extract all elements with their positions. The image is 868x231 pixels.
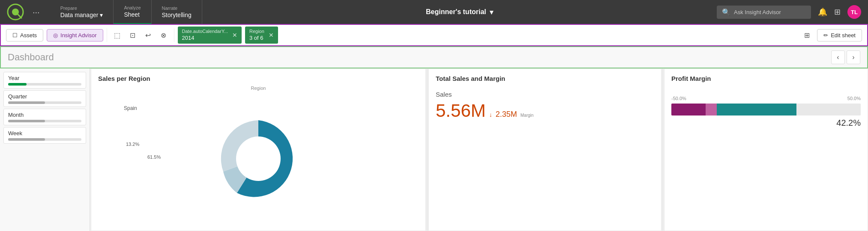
region-axis-label: Region [98,86,419,91]
prev-sheet-button[interactable]: ‹ [831,50,845,64]
sales-per-region-panel: Sales per Region Region Spain 13.2% 6 [91,68,426,231]
edit-pencil-icon: ✏ [823,32,828,38]
dashboard-title-bar: Dashboard ‹ › [0,46,868,68]
assets-button[interactable]: ☐ Assets [6,29,43,41]
chart-panels: Sales per Region Region Spain 13.2% 6 [91,68,868,231]
year-filter[interactable]: Year [3,72,86,89]
profit-margin-title: Profit Margin [671,75,861,82]
more-menu-button[interactable]: ··· [33,7,40,17]
week-filter[interactable]: Week [3,127,86,144]
quarter-filter-fill [8,101,45,104]
nav-right: 🔍 Ask Insight Advisor 🔔 ⊞ TL [717,5,861,19]
donut-hole [236,136,281,181]
user-avatar[interactable]: TL [847,5,861,19]
quarter-filter-bar [8,101,81,104]
edit-sheet-button[interactable]: ✏ Edit sheet [817,29,862,41]
qlik-logo-icon [7,3,24,21]
week-filter-fill [8,138,45,141]
kpi-section: Sales 5.56M ↓ 2.35M Margin [436,86,654,121]
margin-axis-right: 50.0% [847,96,861,101]
filter-chip-region-value: 3 of 6 [249,35,264,42]
kpi-value-row: 5.56M ↓ 2.35M Margin [436,101,654,121]
week-filter-bar [8,138,81,141]
prepare-top-label: Prepare [60,6,103,11]
margin-bar-mid [706,104,717,116]
quarter-filter-label: Quarter [8,93,81,100]
year-filter-label: Year [8,75,81,81]
sales-secondary-value: 2.35M [496,110,517,119]
margin-pct-value: 42.2% [671,118,861,128]
narrate-nav[interactable]: Narrate Storytelling [152,0,202,24]
toolbar-row: ☐ Assets ◎ Insight Advisor ⬚ ⊡ ↩ ⊗ Date.… [0,24,868,46]
filter-chip-region-close[interactable]: ✕ [269,32,274,38]
total-sales-panel: Total Sales and Margin Sales 5.56M ↓ 2.3… [428,68,661,231]
spain-label: Spain [124,105,137,111]
assets-icon: ☐ [12,32,18,38]
week-filter-label: Week [8,130,81,136]
search-placeholder: Ask Insight Advisor [734,9,781,15]
month-filter-label: Month [8,112,81,118]
app-title-area: Beginner's tutorial ▾ [202,8,717,16]
top-navigation: ··· Prepare Data manager ▾ Analyze Sheet… [0,0,868,24]
filter-chip-region[interactable]: Region 3 of 6 ✕ [245,27,278,43]
insight-advisor-search[interactable]: 🔍 Ask Insight Advisor [717,6,811,19]
apps-grid-icon[interactable]: ⊞ [834,7,841,17]
margin-bar-positive [717,104,796,116]
undo-icon[interactable]: ↩ [141,28,155,42]
pct-61-label: 61.5% [147,154,161,160]
narrate-top-label: Narrate [162,6,192,11]
donut-svg [211,112,305,206]
grid-view-button[interactable]: ⊞ [800,28,814,42]
sales-main-value: 5.56M [436,101,486,121]
month-filter-bar [8,120,81,122]
app-title[interactable]: Beginner's tutorial ▾ [426,8,493,16]
prepare-bottom-label: Data manager ▾ [60,12,103,18]
svg-line-2 [18,15,21,18]
quarter-filter[interactable]: Quarter [3,90,86,107]
filter-chip-date-close[interactable]: ✕ [232,32,237,38]
pct-13-label: 13.2% [126,142,139,147]
panel-separator-2 [662,68,663,231]
margin-axis: -50.0% 50.0% [671,96,861,101]
analyze-bottom-label: Sheet [124,11,141,18]
margin-label: Margin [521,113,534,118]
insight-advisor-icon: ◎ [53,32,58,38]
search-icon: 🔍 [722,8,730,16]
prepare-nav[interactable]: Prepare Data manager ▾ [50,0,114,24]
filter-chip-date-value: 2014 [182,35,228,42]
margin-bar-empty [796,104,861,116]
sales-per-region-title: Sales per Region [98,75,419,82]
sales-kpi-label: Sales [436,91,654,98]
notifications-icon[interactable]: 🔔 [818,7,827,17]
lasso-select-icon[interactable]: ⬚ [111,28,124,42]
year-filter-fill [8,83,27,86]
month-filter-fill [8,120,45,122]
panel-separator-1 [427,68,428,231]
insight-advisor-button[interactable]: ◎ Insight Advisor [47,29,103,41]
qlik-logo[interactable] [7,3,24,21]
rect-select-icon[interactable]: ⊡ [126,28,140,42]
profit-margin-panel: Profit Margin -50.0% 50.0% 42.2% [664,68,868,231]
filters-sidebar: Year Quarter Month Week [0,68,90,231]
filter-chip-date-title: Date.autoCalendarY... [182,28,228,34]
narrate-bottom-label: Storytelling [162,12,192,18]
donut-chart: Spain 13.2% 61.5% [98,92,419,225]
margin-bar-negative [671,104,706,116]
main-content: Year Quarter Month Week Sale [0,68,868,231]
kpi-arrow: ↓ [489,111,492,118]
total-sales-title: Total Sales and Margin [436,75,654,82]
analyze-top-label: Analyze [124,5,141,11]
next-sheet-button[interactable]: › [847,50,860,64]
filter-chip-region-title: Region [249,28,264,34]
margin-axis-left: -50.0% [671,96,686,101]
analyze-nav[interactable]: Analyze Sheet [114,0,151,24]
year-filter-bar [8,83,81,86]
selection-tools: ⬚ ⊡ ↩ ⊗ [107,28,174,42]
margin-bar [671,104,861,116]
month-filter[interactable]: Month [3,109,86,125]
clear-icon[interactable]: ⊗ [157,28,171,42]
filter-chip-date[interactable]: Date.autoCalendarY... 2014 ✕ [178,27,242,43]
dashboard-title: Dashboard [8,52,829,63]
